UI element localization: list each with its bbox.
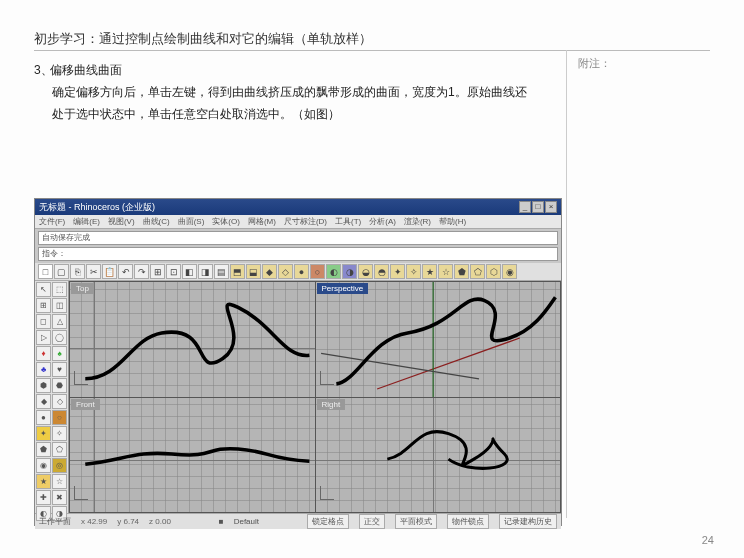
toolbar-button[interactable]: ✂ bbox=[86, 264, 101, 279]
status-btn[interactable]: 物件锁点 bbox=[447, 514, 489, 529]
sidebar-tool-button[interactable]: ♦ bbox=[36, 346, 51, 361]
menu-item[interactable]: 实体(O) bbox=[212, 216, 240, 227]
status-btn[interactable]: 记录建构历史 bbox=[499, 514, 557, 529]
sidebar-tool-button[interactable]: ⬠ bbox=[52, 442, 67, 457]
screenshot-window: 无标题 - Rhinoceros (企业版) _ □ × 文件(F)编辑(E)视… bbox=[34, 198, 562, 526]
menu-item[interactable]: 工具(T) bbox=[335, 216, 361, 227]
section-title: 偏移曲线曲面 bbox=[50, 62, 122, 79]
toolbar-button[interactable]: ⬒ bbox=[230, 264, 245, 279]
toolbar-button[interactable]: ⊡ bbox=[166, 264, 181, 279]
toolbar-button[interactable]: ◧ bbox=[182, 264, 197, 279]
toolbar-button[interactable]: ◆ bbox=[262, 264, 277, 279]
title-divider bbox=[34, 50, 710, 51]
close-button[interactable]: × bbox=[545, 201, 557, 213]
command-prompt[interactable]: 指令： bbox=[38, 247, 558, 261]
toolbar-button[interactable]: ● bbox=[294, 264, 309, 279]
menu-item[interactable]: 帮助(H) bbox=[439, 216, 466, 227]
sidebar-tool-button[interactable]: ◎ bbox=[52, 458, 67, 473]
toolbar-button[interactable]: ★ bbox=[422, 264, 437, 279]
sidebar-tool-button[interactable]: ◯ bbox=[52, 330, 67, 345]
sidebar-tool-button[interactable]: ● bbox=[36, 410, 51, 425]
toolbar-button[interactable]: ◇ bbox=[278, 264, 293, 279]
status-layer: Default bbox=[234, 517, 259, 526]
statusbar: 工作平面 x 42.99 y 6.74 z 0.00 ■ Default 锁定格… bbox=[35, 513, 561, 529]
status-btn[interactable]: 正交 bbox=[359, 514, 385, 529]
toolbar-button[interactable]: ✧ bbox=[406, 264, 421, 279]
sidebar-tool-button[interactable]: ↖ bbox=[36, 282, 51, 297]
toolbar-button[interactable]: ○ bbox=[310, 264, 325, 279]
menu-item[interactable]: 渲染(R) bbox=[404, 216, 431, 227]
window-titlebar: 无标题 - Rhinoceros (企业版) _ □ × bbox=[35, 199, 561, 215]
toolbar-button[interactable]: ⬠ bbox=[470, 264, 485, 279]
menubar[interactable]: 文件(F)编辑(E)视图(V)曲线(C)曲面(S)实体(O)网格(M)尺寸标注(… bbox=[35, 215, 561, 229]
toolbar-button[interactable]: ⊞ bbox=[150, 264, 165, 279]
sidebar-divider bbox=[566, 50, 567, 518]
sidebar-tool-button[interactable]: △ bbox=[52, 314, 67, 329]
sidebar-tool-button[interactable]: ♠ bbox=[52, 346, 67, 361]
sidebar-tool-button[interactable]: ✦ bbox=[36, 426, 51, 441]
menu-item[interactable]: 文件(F) bbox=[39, 216, 65, 227]
menu-item[interactable]: 曲面(S) bbox=[178, 216, 205, 227]
sidebar-tool-button[interactable]: ◻ bbox=[36, 314, 51, 329]
menu-item[interactable]: 尺寸标注(D) bbox=[284, 216, 327, 227]
status-btn[interactable]: 平面模式 bbox=[395, 514, 437, 529]
status-z: z 0.00 bbox=[149, 517, 171, 526]
sidebar-tool-button[interactable]: ✖ bbox=[52, 490, 67, 505]
toolbar-button[interactable]: ⬡ bbox=[486, 264, 501, 279]
sidebar-tool-button[interactable]: ☆ bbox=[52, 474, 67, 489]
toolbar-button[interactable]: ◉ bbox=[502, 264, 517, 279]
status-btn[interactable]: 锁定格点 bbox=[307, 514, 349, 529]
toolbar-button[interactable]: ▤ bbox=[214, 264, 229, 279]
sidebar-tool-button[interactable]: ◇ bbox=[52, 394, 67, 409]
sidebar-tool-button[interactable]: ⬟ bbox=[36, 442, 51, 457]
toolbar-button[interactable]: ◐ bbox=[326, 264, 341, 279]
toolbar-button[interactable]: 📋 bbox=[102, 264, 117, 279]
viewport-perspective[interactable]: Perspective bbox=[316, 282, 561, 397]
status-x: x 42.99 bbox=[81, 517, 107, 526]
command-history: 自动保存完成 bbox=[38, 231, 558, 245]
sidebar-tool-button[interactable]: ⊞ bbox=[36, 298, 51, 313]
toolbar-button[interactable]: ▢ bbox=[54, 264, 69, 279]
toolbar-button[interactable]: □ bbox=[38, 264, 53, 279]
menu-item[interactable]: 分析(A) bbox=[369, 216, 396, 227]
minimize-button[interactable]: _ bbox=[519, 201, 531, 213]
toolbar-button[interactable]: ⬓ bbox=[246, 264, 261, 279]
menu-item[interactable]: 视图(V) bbox=[108, 216, 135, 227]
sidebar-tool-button[interactable]: ✚ bbox=[36, 490, 51, 505]
status-plane: 工作平面 bbox=[39, 516, 71, 527]
sidebar-tool-button[interactable]: ⬢ bbox=[36, 378, 51, 393]
sidebar-tool-button[interactable]: ◫ bbox=[52, 298, 67, 313]
window-title: 无标题 - Rhinoceros (企业版) bbox=[39, 201, 155, 214]
sidebar-tool-button[interactable]: ◉ bbox=[36, 458, 51, 473]
viewport-top[interactable]: Top bbox=[70, 282, 315, 397]
viewport-front[interactable]: Front bbox=[70, 398, 315, 513]
menu-item[interactable]: 编辑(E) bbox=[73, 216, 100, 227]
toolbar-button[interactable]: ◨ bbox=[198, 264, 213, 279]
toolbar-button[interactable]: ↶ bbox=[118, 264, 133, 279]
toolbar-button[interactable]: ◑ bbox=[342, 264, 357, 279]
sidebar-tool-button[interactable]: ♣ bbox=[36, 362, 51, 377]
sidebar-tool-button[interactable]: ◆ bbox=[36, 394, 51, 409]
body-paragraph: 确定偏移方向后，单击左键，得到由曲线挤压成的飘带形成的曲面，宽度为1。原始曲线还… bbox=[52, 82, 530, 125]
toolbar-button[interactable]: ◓ bbox=[374, 264, 389, 279]
toolbar-button[interactable]: ✦ bbox=[390, 264, 405, 279]
sidebar-tool-button[interactable]: ⬣ bbox=[52, 378, 67, 393]
toolbar-button[interactable]: ⬟ bbox=[454, 264, 469, 279]
sidebar-tool-button[interactable]: ▷ bbox=[36, 330, 51, 345]
annotate-label: 附注： bbox=[578, 56, 611, 71]
viewport-right[interactable]: Right bbox=[316, 398, 561, 513]
menu-item[interactable]: 曲线(C) bbox=[143, 216, 170, 227]
status-y: y 6.74 bbox=[117, 517, 139, 526]
sidebar-tool-button[interactable]: ⬚ bbox=[52, 282, 67, 297]
toolbar-button[interactable]: ⎘ bbox=[70, 264, 85, 279]
toolbar-button[interactable]: ◒ bbox=[358, 264, 373, 279]
sidebar-tool-button[interactable]: ✧ bbox=[52, 426, 67, 441]
toolbar-button[interactable]: ↷ bbox=[134, 264, 149, 279]
sidebar-tool-button[interactable]: ★ bbox=[36, 474, 51, 489]
sidebar-tool-button[interactable]: ○ bbox=[52, 410, 67, 425]
tool-sidebar: ↖⬚⊞◫◻△▷◯♦♠♣♥⬢⬣◆◇●○✦✧⬟⬠◉◎★☆✚✖◐◑ bbox=[35, 281, 69, 513]
sidebar-tool-button[interactable]: ♥ bbox=[52, 362, 67, 377]
toolbar-button[interactable]: ☆ bbox=[438, 264, 453, 279]
maximize-button[interactable]: □ bbox=[532, 201, 544, 213]
menu-item[interactable]: 网格(M) bbox=[248, 216, 276, 227]
